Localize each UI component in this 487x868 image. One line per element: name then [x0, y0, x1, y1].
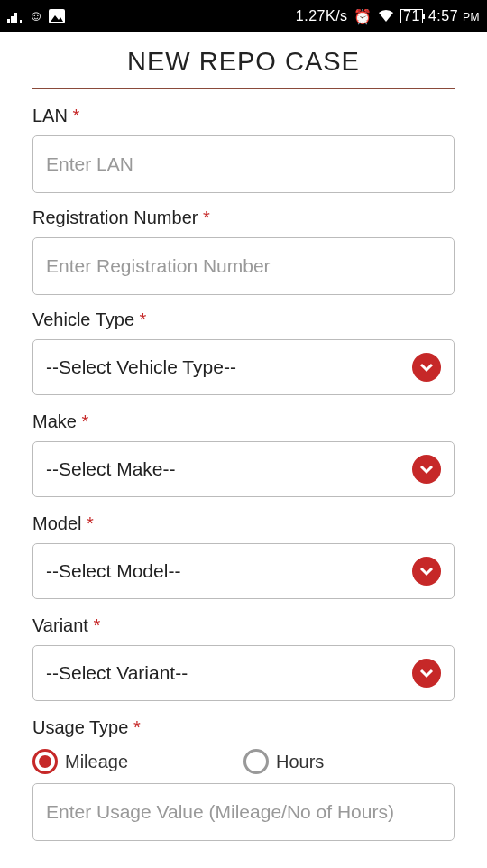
- chevron-down-icon: [412, 557, 441, 586]
- wifi-icon: [377, 9, 395, 23]
- model-select[interactable]: --Select Model--: [32, 543, 455, 599]
- chevron-down-icon: [412, 353, 441, 382]
- make-label: Make *: [32, 411, 455, 432]
- reg-number-input[interactable]: [32, 237, 455, 295]
- image-icon: [49, 9, 65, 23]
- lan-label: LAN *: [32, 106, 455, 126]
- mileage-label: Mileage: [65, 752, 128, 772]
- chevron-down-icon: [412, 659, 441, 688]
- chevron-down-icon: [412, 455, 441, 484]
- radio-unchecked-icon: [244, 749, 269, 774]
- usage-type-mileage-option[interactable]: Mileage: [32, 749, 244, 774]
- model-label: Model *: [32, 513, 455, 534]
- variant-value: --Select Variant--: [46, 662, 188, 684]
- variant-label: Variant *: [32, 615, 455, 636]
- make-select[interactable]: --Select Make--: [32, 441, 455, 497]
- usage-type-radio-group: Mileage Hours: [32, 747, 455, 774]
- variant-select[interactable]: --Select Variant--: [32, 645, 455, 701]
- svg-rect-1: [11, 16, 14, 23]
- usage-value-input[interactable]: [32, 783, 455, 841]
- vehicle-type-select[interactable]: --Select Vehicle Type--: [32, 339, 455, 395]
- svg-rect-2: [14, 13, 17, 23]
- alarm-icon: ⏰: [354, 8, 372, 25]
- clock-time: 4:57 PM: [428, 8, 480, 24]
- battery-indicator: 71: [400, 9, 423, 23]
- vehicle-type-label: Vehicle Type *: [32, 309, 455, 330]
- data-rate: 1.27K/s: [296, 8, 348, 24]
- svg-rect-3: [20, 20, 22, 23]
- make-value: --Select Make--: [46, 458, 176, 480]
- hours-label: Hours: [276, 752, 324, 772]
- form-container: NEW REPO CASE LAN * Registration Number …: [0, 32, 487, 855]
- page-title: NEW REPO CASE: [32, 47, 455, 88]
- status-bar: ☺ 1.27K/s ⏰ 71 4:57 PM: [0, 0, 487, 32]
- status-left: ☺: [7, 8, 65, 24]
- status-right: 1.27K/s ⏰ 71 4:57 PM: [296, 8, 480, 25]
- svg-rect-0: [7, 19, 10, 23]
- reg-number-label: Registration Number *: [32, 208, 455, 228]
- vehicle-type-value: --Select Vehicle Type--: [46, 356, 236, 378]
- signal-icon: [7, 9, 23, 23]
- lan-input[interactable]: [32, 135, 455, 193]
- radio-checked-icon: [32, 749, 58, 774]
- model-value: --Select Model--: [46, 560, 180, 582]
- compass-icon: ☺: [29, 8, 43, 24]
- usage-type-hours-option[interactable]: Hours: [244, 749, 455, 774]
- title-divider: [32, 88, 455, 89]
- usage-type-label: Usage Type *: [32, 717, 455, 738]
